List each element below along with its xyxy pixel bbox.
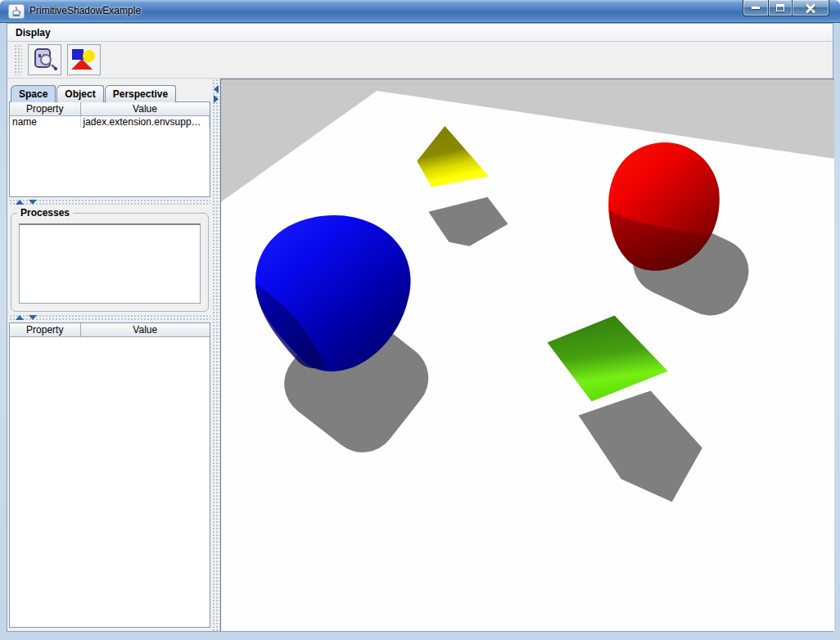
column-header-value[interactable]: Value [80,323,210,336]
table-row[interactable]: name jadex.extension.envsuppor... [10,115,210,128]
maximize-icon [776,4,784,11]
collapse-right-icon[interactable] [214,95,219,103]
menu-bar: Display [7,24,833,42]
tab-perspective-label: Perspective [113,88,168,100]
close-button[interactable] [792,0,829,16]
processes-list[interactable] [19,223,201,304]
vertical-splitter[interactable] [212,79,220,631]
tab-space-label: Space [19,88,47,100]
inspector-magnifier-icon [33,47,57,72]
column-header-property[interactable]: Property [10,323,80,336]
tab-strip: Space Object Perspective [11,85,177,102]
collapse-down-icon[interactable] [29,200,37,205]
space-properties-panel: Property Value name jadex.extension.envs… [9,101,210,197]
close-icon [806,3,815,13]
minimize-button[interactable] [743,0,769,16]
toolbar [7,42,833,79]
property-name-cell[interactable]: name [10,115,80,128]
maximize-button[interactable] [768,0,793,16]
shapes-display-icon [71,47,97,72]
collapse-left-icon[interactable] [214,85,219,93]
detail-properties-panel: Property Value [9,322,210,628]
tab-object-label: Object [65,88,95,100]
processes-title: Processes [17,207,73,219]
detail-properties-table[interactable]: Property Value [10,323,210,337]
window-content: Display Space [7,23,833,632]
collapse-up-icon[interactable] [16,315,24,320]
main-area: Space Object Perspective Property [7,79,833,631]
scene-3d-svg [221,79,834,631]
menu-display[interactable]: Display [7,25,59,40]
tab-perspective[interactable]: Perspective [105,85,176,102]
column-header-value[interactable]: Value [80,102,210,115]
collapse-down-icon[interactable] [29,315,37,320]
column-header-property[interactable]: Property [10,102,80,115]
collapse-up-icon[interactable] [16,200,24,205]
side-panel: Space Object Perspective Property [7,79,212,631]
window-title: PrimitiveShadowExample [29,5,141,16]
horizontal-splitter-1[interactable] [9,199,210,205]
display-options-button[interactable] [67,44,101,75]
window-controls [743,0,829,16]
horizontal-splitter-2[interactable] [9,314,210,321]
space-properties-table[interactable]: Property Value name jadex.extension.envs… [10,102,210,128]
minimize-icon [752,7,760,9]
processes-panel: Processes [11,207,209,312]
title-bar[interactable]: PrimitiveShadowExample [0,0,840,23]
inspect-object-button[interactable] [28,44,61,75]
tab-space[interactable]: Space [11,85,56,102]
scene-3d-canvas[interactable] [220,79,834,631]
tab-object[interactable]: Object [56,85,103,102]
toolbar-drag-handle[interactable] [14,44,22,75]
app-window: PrimitiveShadowExample Display [0,0,840,640]
java-app-icon [8,4,25,19]
property-value-cell[interactable]: jadex.extension.envsuppor... [80,115,210,128]
